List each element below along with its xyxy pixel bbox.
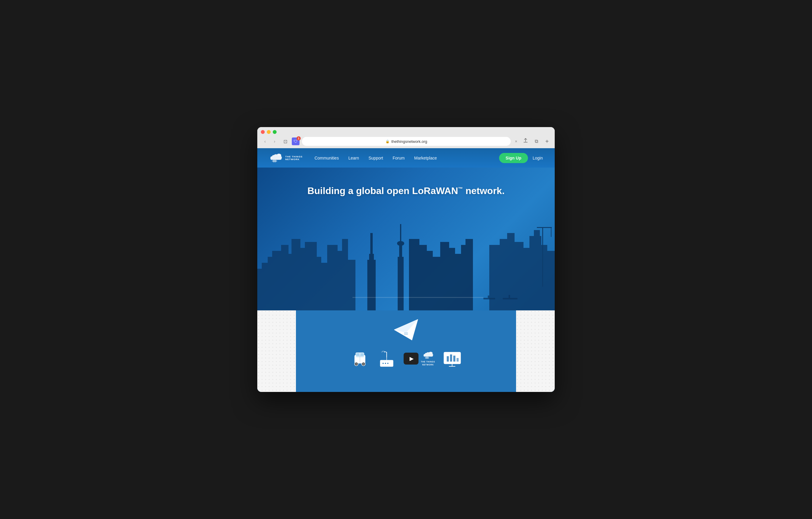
extension-wrapper: 🛡 1 (292, 137, 299, 145)
svg-rect-20 (398, 257, 404, 310)
new-tab-button[interactable]: + (543, 137, 551, 145)
browser-chrome: ‹ › ⊡ 🛡 1 🔒 thethingsnetwork.org × ⧉ (257, 127, 555, 148)
display-icon (442, 349, 462, 368)
close-tab-button[interactable]: × (513, 138, 519, 144)
hero-section: Building a global open LoRaWAN™ network. (257, 167, 555, 310)
svg-rect-63 (360, 353, 364, 356)
browser-toolbar: ‹ › ⊡ 🛡 1 🔒 thethingsnetwork.org × ⧉ (261, 137, 551, 148)
sidebar-toggle-button[interactable]: ⊡ (281, 137, 289, 145)
toolbar-actions: × (513, 138, 519, 144)
svg-rect-22 (409, 239, 419, 310)
center-content: ▶ THE THINGS NETWO (296, 310, 516, 392)
hero-title: Building a global open LoRaWAN™ network. (307, 185, 504, 196)
svg-rect-45 (488, 296, 489, 298)
url-text: thethingsnetwork.org (392, 139, 428, 144)
ttn-logo-small: THE THINGS NETWORK (421, 351, 435, 366)
content-band: ▶ THE THINGS NETWO (257, 310, 555, 392)
play-button[interactable]: ▶ (404, 353, 418, 364)
browser-window: ‹ › ⊡ 🛡 1 🔒 thethingsnetwork.org × ⧉ (257, 127, 555, 392)
svg-rect-43 (352, 297, 483, 298)
svg-rect-11 (327, 245, 338, 310)
nav-links: Communities Learn Support Forum Marketpl… (314, 156, 499, 160)
nav-learn[interactable]: Learn (348, 156, 359, 160)
new-window-button[interactable]: ⧉ (532, 137, 541, 145)
ttn-small-label2: NETWORK (422, 364, 434, 366)
svg-rect-25 (431, 257, 442, 310)
svg-rect-39 (534, 230, 540, 310)
gateway-icon (377, 349, 396, 368)
svg-rect-75 (457, 358, 459, 361)
logo-text: THE THINGS NETWORK (285, 155, 302, 161)
ttn-small-label1: THE THINGS (421, 361, 435, 363)
svg-rect-47 (509, 295, 510, 298)
svg-rect-73 (450, 354, 452, 361)
paper-plane-icon (393, 318, 419, 343)
svg-rect-38 (546, 251, 555, 310)
svg-rect-78 (516, 310, 555, 391)
login-link[interactable]: Login (533, 156, 543, 160)
maximize-button[interactable] (273, 130, 277, 134)
website-content: THE THINGS NETWORK Communities Learn Sup… (257, 148, 555, 392)
minimize-button[interactable] (267, 130, 271, 134)
svg-point-60 (362, 363, 364, 364)
svg-point-21 (397, 241, 404, 246)
svg-rect-65 (380, 360, 393, 366)
logo-area[interactable]: THE THINGS NETWORK (269, 153, 302, 163)
site-navigation: THE THINGS NETWORK Communities Learn Sup… (257, 148, 555, 167)
svg-rect-49 (257, 310, 296, 391)
extension-badge: 1 (296, 136, 301, 140)
svg-rect-3 (272, 251, 283, 310)
close-button[interactable] (261, 130, 265, 134)
city-skyline (257, 215, 555, 310)
svg-rect-14 (347, 260, 355, 310)
svg-rect-8 (305, 242, 317, 310)
svg-rect-44 (483, 298, 495, 299)
svg-rect-72 (447, 356, 449, 361)
svg-rect-42 (551, 228, 551, 237)
nav-communities[interactable]: Communities (314, 156, 339, 160)
back-button[interactable]: ‹ (261, 137, 269, 145)
svg-point-68 (385, 363, 386, 364)
svg-rect-31 (489, 245, 501, 310)
forward-button[interactable]: › (270, 137, 279, 145)
svg-rect-17 (367, 260, 376, 310)
nav-forum[interactable]: Forum (393, 156, 405, 160)
white-panel-right (516, 310, 555, 392)
svg-point-59 (355, 363, 357, 364)
lock-icon: 🔒 (385, 140, 389, 143)
svg-rect-34 (513, 242, 523, 310)
video-play-area[interactable]: ▶ THE THINGS NETWO (404, 351, 435, 366)
signup-button[interactable]: Sign Up (499, 153, 528, 163)
car-icon (350, 349, 370, 368)
svg-rect-40 (542, 227, 543, 286)
svg-rect-30 (465, 239, 473, 310)
icon-row: ▶ THE THINGS NETWO (350, 349, 462, 368)
svg-point-67 (382, 363, 384, 364)
svg-rect-74 (453, 356, 455, 361)
traffic-lights (261, 130, 551, 134)
white-panel-left (257, 310, 296, 392)
svg-rect-41 (537, 227, 552, 228)
svg-rect-46 (503, 298, 518, 299)
nav-marketplace[interactable]: Marketplace (414, 156, 437, 160)
address-bar[interactable]: 🔒 thethingsnetwork.org (302, 137, 511, 146)
svg-rect-62 (356, 353, 359, 356)
share-button[interactable] (521, 137, 530, 145)
nav-support[interactable]: Support (369, 156, 383, 160)
svg-point-69 (387, 363, 388, 364)
nav-buttons: ‹ › (261, 137, 279, 145)
ttn-logo-icon (269, 153, 282, 163)
